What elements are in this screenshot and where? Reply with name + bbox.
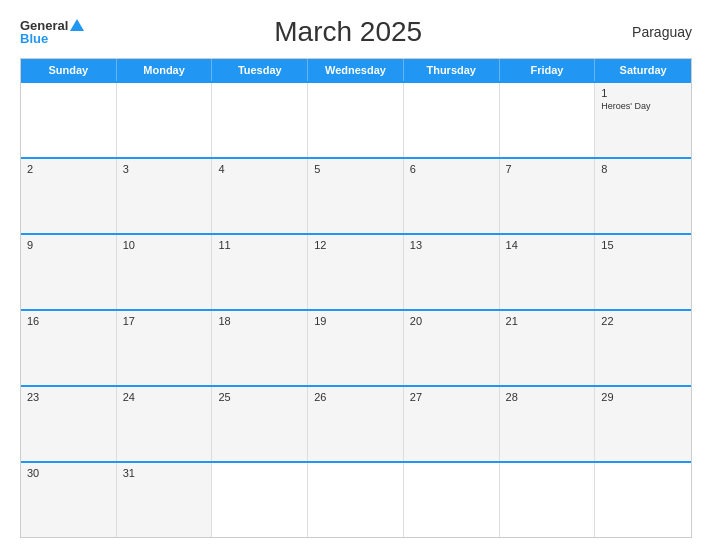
day-number: 3 — [123, 163, 206, 175]
cell-mar-15: 15 — [595, 235, 691, 309]
cell-empty-11 — [595, 463, 691, 537]
cell-mar-6: 6 — [404, 159, 500, 233]
day-number: 5 — [314, 163, 397, 175]
cell-mar-20: 20 — [404, 311, 500, 385]
cell-mar-12: 12 — [308, 235, 404, 309]
cell-empty-8 — [308, 463, 404, 537]
day-number: 11 — [218, 239, 301, 251]
calendar-row-4: 16 17 18 19 20 21 22 — [21, 309, 691, 385]
page: General Blue March 2025 Paraguay Sunday … — [0, 0, 712, 550]
cell-mar-31: 31 — [117, 463, 213, 537]
day-number: 26 — [314, 391, 397, 403]
cell-mar-5: 5 — [308, 159, 404, 233]
day-number: 12 — [314, 239, 397, 251]
weekday-saturday: Saturday — [595, 59, 691, 81]
day-number: 28 — [506, 391, 589, 403]
day-number: 14 — [506, 239, 589, 251]
cell-mar-14: 14 — [500, 235, 596, 309]
cell-mar-4: 4 — [212, 159, 308, 233]
cell-empty-2 — [117, 83, 213, 157]
day-number: 10 — [123, 239, 206, 251]
calendar-row-2: 2 3 4 5 6 7 8 — [21, 157, 691, 233]
weekday-wednesday: Wednesday — [308, 59, 404, 81]
day-number: 27 — [410, 391, 493, 403]
cell-empty-5 — [404, 83, 500, 157]
page-title: March 2025 — [84, 16, 612, 48]
cell-mar-23: 23 — [21, 387, 117, 461]
day-number: 18 — [218, 315, 301, 327]
cell-mar-26: 26 — [308, 387, 404, 461]
cell-empty-4 — [308, 83, 404, 157]
cell-mar-25: 25 — [212, 387, 308, 461]
cell-empty-3 — [212, 83, 308, 157]
cell-mar-11: 11 — [212, 235, 308, 309]
day-number: 19 — [314, 315, 397, 327]
day-number: 30 — [27, 467, 110, 479]
weekday-tuesday: Tuesday — [212, 59, 308, 81]
day-number: 16 — [27, 315, 110, 327]
weekday-friday: Friday — [500, 59, 596, 81]
cell-mar-16: 16 — [21, 311, 117, 385]
day-number: 4 — [218, 163, 301, 175]
cell-mar-24: 24 — [117, 387, 213, 461]
day-number: 15 — [601, 239, 685, 251]
logo-triangle-icon — [70, 19, 84, 31]
day-number: 17 — [123, 315, 206, 327]
day-number: 9 — [27, 239, 110, 251]
header: General Blue March 2025 Paraguay — [20, 16, 692, 48]
cell-empty-1 — [21, 83, 117, 157]
cell-empty-10 — [500, 463, 596, 537]
calendar-row-5: 23 24 25 26 27 28 29 — [21, 385, 691, 461]
calendar: Sunday Monday Tuesday Wednesday Thursday… — [20, 58, 692, 538]
cell-mar-2: 2 — [21, 159, 117, 233]
day-number: 23 — [27, 391, 110, 403]
cell-mar-17: 17 — [117, 311, 213, 385]
calendar-body: 1 Heroes' Day 2 3 4 5 6 7 8 9 10 11 12 1… — [21, 81, 691, 537]
weekday-monday: Monday — [117, 59, 213, 81]
cell-mar-13: 13 — [404, 235, 500, 309]
cell-mar-29: 29 — [595, 387, 691, 461]
day-number: 22 — [601, 315, 685, 327]
weekday-sunday: Sunday — [21, 59, 117, 81]
cell-mar-9: 9 — [21, 235, 117, 309]
day-number: 24 — [123, 391, 206, 403]
calendar-row-6: 30 31 — [21, 461, 691, 537]
cell-mar-21: 21 — [500, 311, 596, 385]
day-event: Heroes' Day — [601, 101, 685, 113]
weekday-thursday: Thursday — [404, 59, 500, 81]
cell-mar-7: 7 — [500, 159, 596, 233]
cell-mar-10: 10 — [117, 235, 213, 309]
logo: General Blue — [20, 19, 84, 45]
cell-mar-28: 28 — [500, 387, 596, 461]
calendar-row-3: 9 10 11 12 13 14 15 — [21, 233, 691, 309]
cell-mar-1: 1 Heroes' Day — [595, 83, 691, 157]
cell-mar-30: 30 — [21, 463, 117, 537]
calendar-row-1: 1 Heroes' Day — [21, 81, 691, 157]
cell-mar-22: 22 — [595, 311, 691, 385]
day-number: 29 — [601, 391, 685, 403]
cell-mar-8: 8 — [595, 159, 691, 233]
logo-blue-text: Blue — [20, 32, 48, 45]
day-number: 7 — [506, 163, 589, 175]
calendar-header: Sunday Monday Tuesday Wednesday Thursday… — [21, 59, 691, 81]
day-number: 13 — [410, 239, 493, 251]
cell-mar-18: 18 — [212, 311, 308, 385]
cell-mar-27: 27 — [404, 387, 500, 461]
day-number: 1 — [601, 87, 685, 99]
day-number: 8 — [601, 163, 685, 175]
day-number: 31 — [123, 467, 206, 479]
day-number: 20 — [410, 315, 493, 327]
cell-empty-7 — [212, 463, 308, 537]
day-number: 6 — [410, 163, 493, 175]
cell-empty-6 — [500, 83, 596, 157]
cell-mar-19: 19 — [308, 311, 404, 385]
day-number: 25 — [218, 391, 301, 403]
day-number: 2 — [27, 163, 110, 175]
day-number: 21 — [506, 315, 589, 327]
cell-empty-9 — [404, 463, 500, 537]
cell-mar-3: 3 — [117, 159, 213, 233]
country-label: Paraguay — [612, 24, 692, 40]
